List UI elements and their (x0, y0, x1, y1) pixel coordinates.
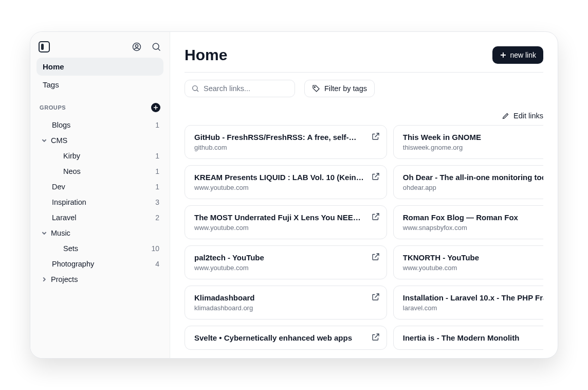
link-title: Klimadashboard (194, 293, 364, 302)
sidebar: Home Tags GROUPS Blogs1CMSKirby1Neos1Dev… (30, 32, 170, 358)
new-link-label: new link (510, 51, 536, 59)
group-label: Inspiration (52, 198, 152, 206)
group-neos[interactable]: Neos1 (36, 164, 163, 179)
app-window: Home Tags GROUPS Blogs1CMSKirby1Neos1Dev… (30, 31, 558, 359)
edit-links-button[interactable]: Edit links (502, 112, 543, 120)
group-label: Blogs (52, 121, 152, 129)
link-title: This Week in GNOME (403, 133, 543, 141)
group-music[interactable]: Music (36, 225, 163, 241)
link-card[interactable]: Roman Fox Blog — Roman Foxwww.snapsbyfox… (393, 205, 543, 239)
group-dev[interactable]: Dev1 (36, 179, 163, 194)
svg-point-10 (314, 86, 315, 87)
page-title: Home (185, 46, 227, 64)
link-card[interactable]: Oh Dear - The all-in-one monitoring tool… (393, 165, 543, 199)
sidebar-top (36, 41, 163, 58)
group-projects[interactable]: Projects (36, 272, 163, 287)
svg-line-3 (158, 49, 160, 51)
search-icon[interactable] (151, 42, 161, 52)
link-card[interactable]: TKNORTH - YouTubewww.youtube.com (393, 245, 543, 279)
link-title: pal2tech - YouTube (194, 253, 364, 262)
svg-point-8 (193, 86, 197, 91)
nav-tags-label: Tags (43, 80, 59, 89)
filter-by-tags-button[interactable]: Filter by tags (304, 80, 375, 97)
link-domain: www.youtube.com (194, 224, 364, 232)
group-label: Photography (52, 260, 152, 268)
link-domain: thisweek.gnome.org (403, 144, 543, 151)
open-link-icon[interactable] (371, 212, 380, 221)
link-title: The MOST Underrated Fuji X Lens You NEE… (194, 213, 364, 222)
new-link-button[interactable]: new link (492, 46, 543, 64)
link-domain: ohdear.app (403, 184, 543, 191)
link-title: Roman Fox Blog — Roman Fox (403, 213, 543, 222)
svg-point-2 (153, 43, 159, 49)
filter-label: Filter by tags (324, 84, 367, 93)
link-card[interactable]: This Week in GNOMEthisweek.gnome.org (393, 125, 543, 159)
group-label: Sets (63, 244, 148, 253)
search-icon (191, 84, 199, 93)
link-card[interactable]: Inertia is - The Modern Monolith (393, 326, 543, 350)
group-cms[interactable]: CMS (36, 133, 163, 148)
group-label: Projects (51, 275, 159, 283)
open-link-icon[interactable] (371, 332, 380, 342)
add-group-button[interactable] (151, 103, 160, 112)
link-card[interactable]: Installation - Laravel 10.x - The PHP Fr… (393, 286, 543, 320)
nav-home[interactable]: Home (36, 58, 163, 76)
link-card[interactable]: pal2tech - YouTubewww.youtube.com (185, 245, 387, 279)
svg-point-1 (135, 45, 138, 47)
link-card[interactable]: Klimadashboardklimadashboard.org (185, 286, 387, 320)
chevron-down-icon[interactable] (41, 229, 48, 237)
link-domain: github.com (194, 144, 364, 151)
group-sets[interactable]: Sets10 (36, 241, 163, 256)
group-count: 1 (155, 167, 159, 175)
search-box[interactable] (185, 80, 295, 97)
edit-links-label: Edit links (513, 112, 543, 120)
links-grid: GitHub - FreshRSS/FreshRSS: A free, self… (185, 125, 543, 350)
link-domain: laravel.com (403, 304, 543, 312)
link-domain: www.youtube.com (194, 264, 364, 272)
group-count: 10 (151, 244, 159, 253)
group-label: Kirby (63, 152, 152, 160)
nav-tags[interactable]: Tags (36, 76, 163, 94)
divider (185, 72, 543, 73)
open-link-icon[interactable] (371, 172, 380, 181)
link-domain: www.youtube.com (194, 184, 364, 191)
group-laravel[interactable]: Laravel2 (36, 210, 163, 225)
app-logo (39, 41, 50, 52)
pencil-icon (502, 112, 509, 120)
group-label: Dev (52, 183, 152, 191)
open-link-icon[interactable] (371, 252, 380, 261)
main-header: Home new link (185, 46, 543, 64)
search-input[interactable] (204, 84, 288, 93)
group-label: CMS (51, 136, 159, 145)
group-label: Neos (63, 167, 152, 175)
svg-line-9 (197, 90, 198, 92)
group-label: Laravel (52, 214, 152, 222)
link-title: Inertia is - The Modern Monolith (403, 333, 543, 342)
link-card[interactable]: The MOST Underrated Fuji X Lens You NEE…… (185, 205, 387, 239)
chevron-right-icon[interactable] (41, 276, 48, 283)
link-card[interactable]: Svelte • Cybernetically enhanced web app… (185, 326, 387, 350)
open-link-icon[interactable] (371, 132, 380, 141)
nav-home-label: Home (43, 62, 64, 71)
group-photography[interactable]: Photography4 (36, 256, 163, 272)
group-count: 1 (155, 183, 159, 191)
open-link-icon[interactable] (371, 292, 380, 302)
main: Home new link (170, 32, 558, 358)
account-icon[interactable] (132, 42, 142, 52)
chevron-down-icon[interactable] (41, 137, 48, 144)
group-blogs[interactable]: Blogs1 (36, 117, 163, 133)
group-kirby[interactable]: Kirby1 (36, 148, 163, 164)
group-inspiration[interactable]: Inspiration3 (36, 194, 163, 210)
group-count: 1 (155, 152, 159, 160)
groups-tree: Blogs1CMSKirby1Neos1Dev1Inspiration3Lara… (36, 117, 163, 287)
tag-icon (312, 84, 320, 93)
link-card[interactable]: GitHub - FreshRSS/FreshRSS: A free, self… (185, 125, 387, 159)
link-title: Oh Dear - The all-in-one monitoring tool… (403, 173, 543, 182)
group-count: 3 (155, 198, 159, 206)
groups-header: GROUPS (36, 94, 163, 116)
group-count: 1 (155, 121, 159, 129)
plus-icon (500, 51, 507, 59)
link-title: Svelte • Cybernetically enhanced web app… (194, 333, 364, 342)
link-card[interactable]: KREAM Presents LIQUID : LAB Vol. 10 (Kei… (185, 165, 387, 199)
link-title: TKNORTH - YouTube (403, 253, 543, 262)
